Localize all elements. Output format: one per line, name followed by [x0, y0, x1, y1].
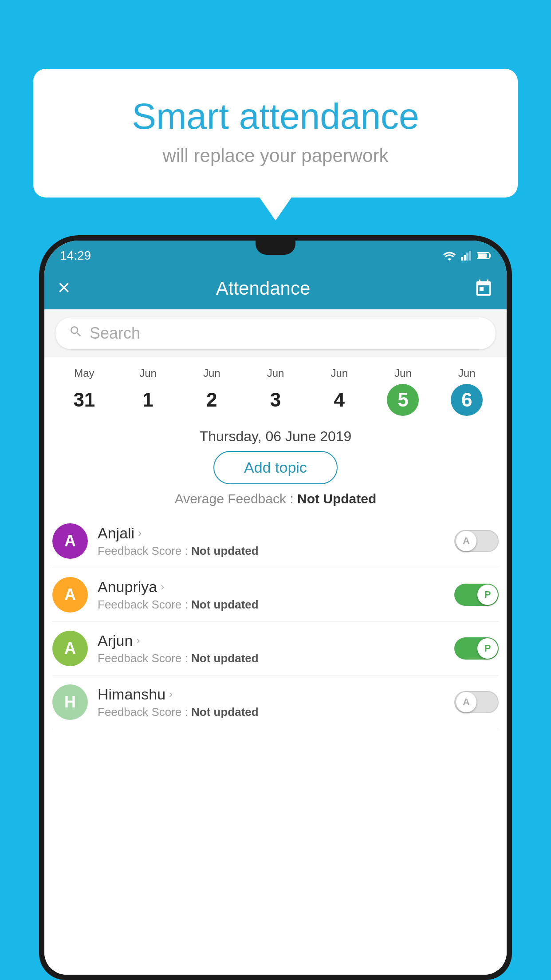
attendance-toggle[interactable]: P	[454, 584, 499, 606]
student-avatar: A	[52, 631, 88, 666]
average-feedback: Average Feedback : Not Updated	[44, 491, 507, 506]
app-bar-title: Attendance	[81, 278, 445, 299]
student-feedback: Feedback Score : Not updated	[98, 544, 445, 558]
toggle-knob: A	[456, 531, 476, 551]
search-icon	[69, 324, 83, 342]
toggle-wrap[interactable]: P	[454, 637, 499, 660]
phone-inner: 14:29	[44, 241, 507, 975]
status-icons	[443, 251, 491, 261]
speech-bubble: Smart attendance will replace your paper…	[33, 69, 518, 198]
svg-rect-1	[464, 255, 466, 261]
svg-rect-2	[466, 253, 468, 261]
student-avatar: A	[52, 577, 88, 612]
student-name: Arjun ›	[98, 632, 445, 649]
student-feedback: Feedback Score : Not updated	[98, 705, 445, 719]
cal-date-number: 6	[451, 384, 483, 416]
search-container: Search	[44, 309, 507, 357]
student-list: AAnjali ›Feedback Score : Not updatedAAA…	[44, 514, 507, 729]
cal-month-label: May	[52, 367, 116, 379]
chevron-icon: ›	[138, 527, 142, 539]
calendar-day-3[interactable]: Jun3	[244, 367, 307, 416]
student-feedback: Feedback Score : Not updated	[98, 652, 445, 665]
toggle-wrap[interactable]: A	[454, 691, 499, 713]
calendar-day-2[interactable]: Jun2	[180, 367, 244, 416]
search-bar[interactable]: Search	[55, 317, 496, 349]
cal-month-label: Jun	[244, 367, 307, 379]
feedback-value: Not updated	[191, 705, 259, 719]
toggle-wrap[interactable]: P	[454, 584, 499, 606]
cal-month-label: Jun	[371, 367, 435, 379]
cal-month-label: Jun	[435, 367, 499, 379]
student-item-1[interactable]: AAnupriya ›Feedback Score : Not updatedP	[52, 568, 499, 622]
feedback-value: Not updated	[191, 652, 259, 665]
cal-date-number: 5	[387, 384, 419, 416]
calendar-day-5[interactable]: Jun5	[371, 367, 435, 416]
cal-date-number: 2	[196, 384, 228, 416]
calendar-day-6[interactable]: Jun6	[435, 367, 499, 416]
student-name: Himanshu ›	[98, 686, 445, 703]
student-name: Anjali ›	[98, 525, 445, 542]
calendar-icon[interactable]	[474, 279, 493, 298]
cal-month-label: Jun	[307, 367, 371, 379]
bubble-title: Smart attendance	[69, 95, 482, 137]
cal-date-number: 4	[323, 384, 355, 416]
toggle-knob: P	[477, 638, 498, 659]
attendance-toggle[interactable]: P	[454, 637, 499, 660]
svg-rect-5	[489, 254, 491, 257]
chevron-icon: ›	[169, 688, 173, 700]
student-avatar: A	[52, 523, 88, 559]
svg-rect-3	[469, 251, 471, 261]
student-info: Arjun ›Feedback Score : Not updated	[98, 632, 445, 665]
student-item-0[interactable]: AAnjali ›Feedback Score : Not updatedA	[52, 514, 499, 568]
cal-date-number: 3	[260, 384, 291, 416]
calendar-day-0[interactable]: May31	[52, 367, 116, 416]
date-heading: Thursday, 06 June 2019	[44, 420, 507, 451]
toggle-wrap[interactable]: A	[454, 530, 499, 552]
svg-rect-0	[461, 257, 463, 261]
avg-feedback-value: Not Updated	[297, 491, 376, 506]
student-info: Anjali ›Feedback Score : Not updated	[98, 525, 445, 558]
status-time: 14:29	[60, 249, 91, 263]
student-feedback: Feedback Score : Not updated	[98, 598, 445, 612]
feedback-value: Not updated	[191, 544, 259, 557]
chevron-icon: ›	[136, 634, 140, 647]
cal-month-label: Jun	[116, 367, 180, 379]
app-content: Search May31Jun1Jun2Jun3Jun4Jun5Jun6 Thu…	[44, 309, 507, 975]
svg-rect-6	[478, 253, 487, 258]
cal-date-number: 1	[132, 384, 164, 416]
avg-feedback-label: Average Feedback :	[175, 491, 297, 506]
phone-frame: 14:29	[39, 235, 512, 980]
attendance-toggle[interactable]: A	[454, 691, 499, 713]
calendar-day-1[interactable]: Jun1	[116, 367, 180, 416]
speech-bubble-container: Smart attendance will replace your paper…	[33, 69, 518, 198]
add-topic-button[interactable]: Add topic	[213, 451, 338, 484]
student-item-3[interactable]: HHimanshu ›Feedback Score : Not updatedA	[52, 676, 499, 729]
calendar-strip: May31Jun1Jun2Jun3Jun4Jun5Jun6	[44, 357, 507, 420]
student-name: Anupriya ›	[98, 578, 445, 596]
calendar-day-4[interactable]: Jun4	[307, 367, 371, 416]
battery-icon	[477, 252, 491, 260]
app-bar: × Attendance	[44, 267, 507, 309]
wifi-icon	[443, 251, 456, 261]
attendance-toggle[interactable]: A	[454, 530, 499, 552]
cal-month-label: Jun	[180, 367, 244, 379]
close-button[interactable]: ×	[58, 277, 70, 298]
student-item-2[interactable]: AArjun ›Feedback Score : Not updatedP	[52, 622, 499, 676]
search-input-label: Search	[90, 324, 140, 343]
bubble-subtitle: will replace your paperwork	[69, 145, 482, 166]
notch	[256, 241, 295, 255]
student-avatar: H	[52, 684, 88, 720]
signal-icon	[461, 251, 472, 261]
student-info: Anupriya ›Feedback Score : Not updated	[98, 578, 445, 612]
toggle-knob: P	[477, 585, 498, 605]
chevron-icon: ›	[161, 581, 164, 593]
toggle-knob: A	[456, 692, 476, 712]
student-info: Himanshu ›Feedback Score : Not updated	[98, 686, 445, 719]
cal-date-number: 31	[68, 384, 100, 416]
feedback-value: Not updated	[191, 598, 259, 611]
